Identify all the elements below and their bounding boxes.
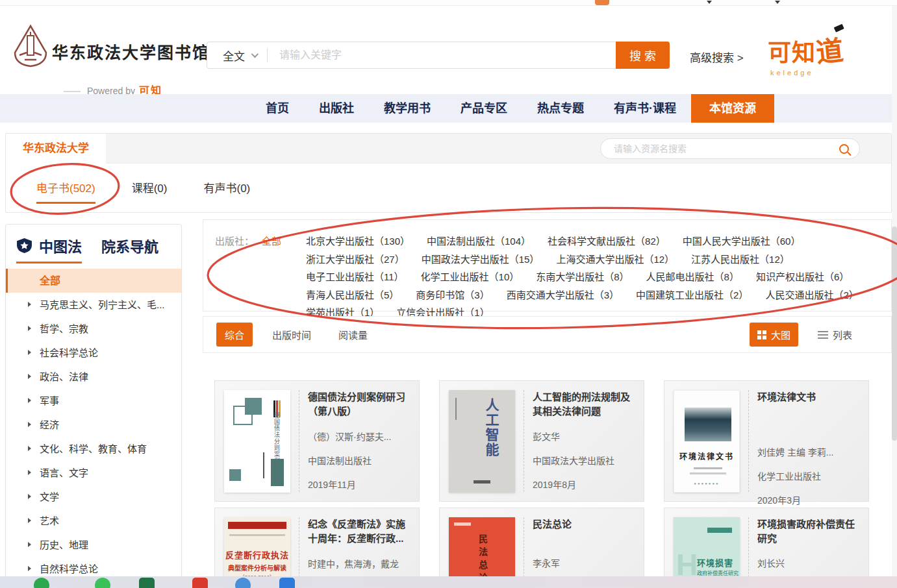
search-button[interactable]: 搜 索	[616, 42, 670, 69]
publisher-link[interactable]: 社会科学文献出版社（82）	[548, 234, 666, 247]
nav-item-publishers[interactable]: 出版社	[304, 94, 369, 123]
category-item[interactable]: 艺术	[6, 509, 181, 533]
cover-decoration	[694, 467, 722, 469]
sort-option-publish-date[interactable]: 出版时间	[272, 328, 311, 341]
publisher-filter-panel: 出版社： 全部 北京大学出版社（130） 中国法制出版社（104） 社会科学文献…	[203, 219, 892, 312]
publisher-link[interactable]: 江苏人民出版社（12）	[691, 252, 790, 265]
cover-decoration	[263, 452, 264, 478]
big-image-view-button[interactable]: 大图	[750, 323, 798, 347]
sort-option-comprehensive[interactable]: 综合	[216, 323, 253, 347]
taskbar-app-icon[interactable]	[34, 578, 49, 588]
book-title[interactable]: 民法总论	[533, 517, 635, 532]
publisher-link[interactable]: 中国法制出版社（104）	[427, 234, 531, 247]
book-title[interactable]: 人工智能的刑法规制及其相关法律问题	[533, 390, 635, 419]
publisher-filter-label: 出版社：	[215, 234, 254, 247]
tab-courses[interactable]: 课程(0)	[132, 179, 168, 204]
publisher-link[interactable]: 人民交通出版社（2）	[765, 288, 858, 301]
resource-search-input[interactable]	[601, 143, 839, 154]
book-card[interactable]: 环境法律文书 ●●●●●●● 环境法律文书 刘佳娉 主编 李莉... 化学工业出…	[664, 380, 869, 502]
tab-audiobooks[interactable]: 有声书(0)	[203, 179, 250, 204]
book-date: 2019年11月	[308, 478, 410, 491]
taskbar-app-icon[interactable]	[95, 578, 110, 588]
nav-item-home[interactable]: 首页	[251, 94, 304, 123]
list-view-button[interactable]: 列表	[818, 328, 852, 341]
category-item[interactable]: 马克思主义、列宁主义、毛...	[6, 293, 181, 317]
category-item[interactable]: 文化、科学、教育、体育	[6, 437, 181, 461]
main-search-bar: 全文	[207, 42, 669, 69]
nav-item-hot-topics[interactable]: 热点专题	[522, 94, 599, 123]
caret-right-icon	[28, 542, 31, 547]
publisher-link[interactable]: 商务印书馆（3）	[416, 288, 489, 301]
cover-decoration	[455, 398, 468, 420]
category-item[interactable]: 军事	[6, 389, 181, 413]
publisher-link[interactable]: 西南交通大学出版社（3）	[507, 288, 619, 301]
book-card[interactable]: 德国债法分则案例研习 德国债法分则案例研习（第八版） （德）汉斯·约瑟夫... …	[214, 380, 420, 502]
scrollbar-track[interactable]	[892, 6, 897, 588]
publisher-link[interactable]: 中国政法大学出版社（15）	[422, 252, 540, 265]
cover-decoration	[454, 522, 471, 526]
book-title[interactable]: 环境法律文书	[757, 390, 859, 404]
caret-right-icon	[28, 302, 31, 307]
taskbar-app-icon[interactable]	[192, 578, 208, 588]
nav-item-audiobooks-courses[interactable]: 有声书·课程	[599, 94, 691, 123]
search-scope-dropdown[interactable]: 全文	[207, 47, 264, 64]
sidebar-tab-clc[interactable]: 中图法	[16, 235, 82, 263]
category-item-all[interactable]: 全部	[6, 269, 181, 293]
book-card[interactable]: 人工智能 人工智能的刑法规制及其相关法律问题 彭文华 中国政法大学出版社 201…	[439, 380, 644, 502]
book-title[interactable]: 德国债法分则案例研习（第八版）	[308, 390, 410, 419]
nav-item-product-zone[interactable]: 产品专区	[446, 94, 522, 123]
book-author: 刘佳娉 主编 李莉...	[757, 445, 859, 458]
category-item[interactable]: 政治、法律	[6, 365, 181, 389]
category-label: 马克思主义、列宁主义、毛...	[40, 299, 165, 310]
scrollbar-thumb[interactable]	[892, 227, 897, 441]
book-title[interactable]: 环境损害政府补偿责任研究	[757, 517, 859, 546]
grid-view-icon	[757, 330, 766, 339]
school-tab[interactable]: 华东政法大学	[6, 134, 106, 164]
publisher-link[interactable]: 中国建筑工业出版社（2）	[636, 288, 748, 301]
publisher-link[interactable]: 浙江大学出版社（27）	[306, 252, 405, 265]
category-item[interactable]: 社会科学总论	[6, 341, 181, 365]
book-cover: 德国债法分则案例研习	[224, 390, 290, 493]
book-title[interactable]: 纪念《反垄断法》实施十周年：反垄断行政...	[308, 517, 410, 546]
keyword-search-input[interactable]	[270, 49, 668, 61]
view-toggle-group: 大图 列表	[750, 323, 852, 347]
publisher-link[interactable]: 上海交通大学出版社（12）	[556, 252, 674, 265]
book-cover: 环境法律文书 ●●●●●●●	[674, 390, 740, 493]
publisher-link[interactable]: 化学工业出版社（10）	[421, 269, 520, 283]
publisher-list: 北京大学出版社（130） 中国法制出版社（104） 社会科学文献出版社（82） …	[306, 234, 884, 323]
publisher-filter-all[interactable]: 全部	[262, 234, 281, 247]
publisher-line: 北京大学出版社（130） 中国法制出版社（104） 社会科学文献出版社（82） …	[306, 234, 884, 247]
sort-option-read-count[interactable]: 阅读量	[338, 328, 368, 341]
search-icon[interactable]	[839, 144, 849, 154]
taskbar-app-icon[interactable]	[279, 578, 295, 588]
category-item[interactable]: 历史、地理	[6, 533, 181, 557]
sidebar-tab-departments[interactable]: 院系导航	[101, 235, 158, 263]
publisher-link[interactable]: 人民邮电出版社（8）	[646, 269, 739, 283]
taskbar-app-icon[interactable]	[235, 578, 251, 588]
cover-title: 反垄断行政执法	[224, 548, 290, 561]
caret-right-icon	[28, 446, 31, 451]
publisher-link[interactable]: 青海人民出版社（5）	[306, 288, 399, 301]
browser-edge-strip	[0, 0, 897, 6]
book-author: 刘长兴	[757, 556, 859, 569]
taskbar-app-icon[interactable]	[139, 578, 155, 588]
publisher-link[interactable]: 北京大学出版社（130）	[306, 234, 410, 247]
publisher-link[interactable]: 知识产权出版社（6）	[756, 269, 849, 283]
cover-decoration	[229, 469, 241, 481]
caret-right-icon	[28, 350, 31, 355]
nav-item-library-resources[interactable]: 本馆资源	[691, 94, 774, 123]
category-item[interactable]: 语言、文字	[6, 461, 181, 485]
tab-ebooks[interactable]: 电子书(502)	[36, 179, 95, 204]
category-label: 艺术	[40, 515, 59, 526]
nav-item-textbooks[interactable]: 教学用书	[369, 94, 446, 123]
advanced-search-link[interactable]: 高级搜索 >	[690, 49, 744, 65]
caret-right-icon	[28, 374, 31, 379]
publisher-link[interactable]: 中国人民大学出版社（60）	[683, 234, 801, 247]
category-item[interactable]: 哲学、宗教	[6, 317, 181, 341]
publisher-link[interactable]: 电子工业出版社（11）	[306, 269, 404, 283]
category-item[interactable]: 文学	[6, 485, 181, 509]
caret-right-icon	[28, 518, 31, 523]
category-item[interactable]: 经济	[6, 413, 181, 437]
cover-title: 环境法律文书	[674, 450, 739, 461]
publisher-link[interactable]: 东南大学出版社（8）	[536, 269, 629, 283]
